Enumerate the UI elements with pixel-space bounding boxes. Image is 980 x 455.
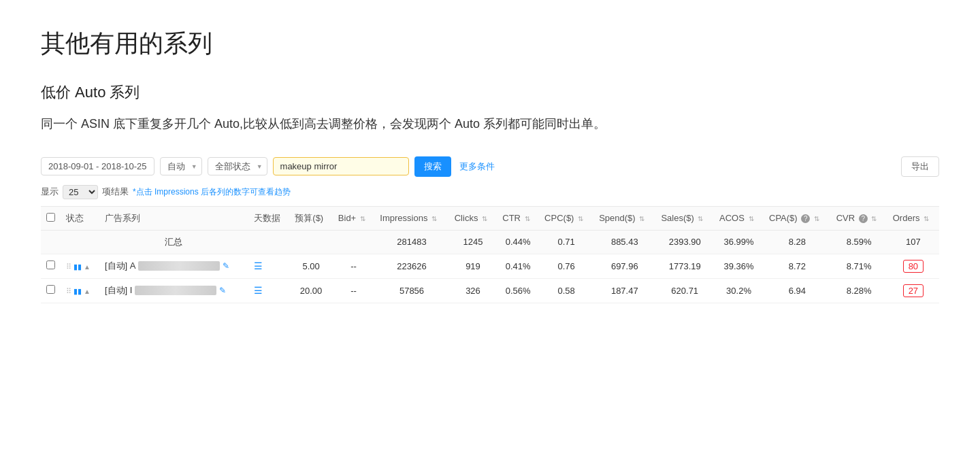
row-1-budget: 5.00: [289, 254, 333, 278]
cpc-sort-icon[interactable]: ⇅: [578, 215, 583, 222]
row-2-cpc: 0.58: [539, 278, 593, 303]
status-select[interactable]: 全部状态 启用 暂停 归档: [208, 157, 267, 175]
summary-acos: 36.99%: [714, 230, 764, 254]
bid-plus-col-header: Bid+ ⇅: [333, 206, 374, 230]
table-row: ⠿ ▮▮ ▲ [自动] I ✎ ☰ 20.00 --: [41, 278, 939, 303]
campaign-type-select[interactable]: 自动 手动: [160, 157, 202, 175]
bar-chart-icon-2: ▮▮: [74, 287, 82, 296]
summary-spend: 885.43: [593, 230, 655, 254]
row-2-orders-badge: 27: [903, 284, 924, 297]
edit-icon-2[interactable]: ✎: [219, 286, 226, 295]
impressions-link[interactable]: Impressions: [154, 187, 199, 197]
ctr-col-header[interactable]: CTR ⇅: [497, 206, 539, 230]
items-label: 项结果: [102, 186, 129, 198]
row-checkbox-2[interactable]: [46, 285, 55, 294]
campaign-prefix-1: [自动] A: [105, 260, 136, 272]
budget-col-header: 预算($): [289, 206, 333, 230]
row-2-impressions: 57856: [374, 278, 448, 303]
results-count-select[interactable]: 25 50 100: [63, 185, 98, 199]
summary-label: 汇总: [99, 230, 248, 254]
search-button[interactable]: 搜索: [414, 156, 451, 177]
sales-sort-icon[interactable]: ⇅: [698, 215, 703, 222]
cpc-col-header[interactable]: CPC($) ⇅: [539, 206, 593, 230]
row-1-status: ⠿ ▮▮ ▲: [66, 263, 91, 271]
cpa-help-icon[interactable]: ?: [801, 214, 810, 223]
row-2-cpa: 6.94: [764, 278, 831, 303]
drag-handle-icon-2[interactable]: ⠿: [66, 287, 71, 296]
acos-sort-icon[interactable]: ⇅: [749, 215, 754, 222]
impressions-sort-icon[interactable]: ⇅: [431, 215, 437, 222]
row-1-cvr: 8.71%: [831, 254, 887, 278]
row-1-clicks: 919: [449, 254, 497, 278]
summary-ctr: 0.44%: [497, 230, 539, 254]
summary-row: 汇总 281483 1245 0.44% 0.71 885.43 2393.90…: [41, 230, 939, 254]
more-conditions-button[interactable]: 更多条件: [457, 161, 497, 173]
main-page: 其他有用的系列 低价 Auto 系列 同一个 ASIN 底下重复多开几个 Aut…: [0, 0, 980, 455]
summary-cpc: 0.71: [539, 230, 593, 254]
orders-col-header[interactable]: Orders ⇅: [887, 206, 939, 230]
row-2-sales: 620.71: [655, 278, 714, 303]
date-range-picker[interactable]: 2018-09-01 - 2018-10-25: [41, 157, 154, 175]
hint-prefix: *点击: [133, 187, 152, 197]
export-button[interactable]: 导出: [901, 156, 939, 177]
row-1-sales: 1773.19: [655, 254, 714, 278]
drag-handle-icon[interactable]: ⠿: [66, 263, 71, 271]
cpa-sort-icon[interactable]: ⇅: [814, 215, 819, 222]
section-title: 低价 Auto 系列: [41, 82, 939, 103]
results-info: 显示 25 50 100 项结果 *点击 Impressions 后各列的数字可…: [41, 185, 939, 199]
arrow-up-icon[interactable]: ▲: [84, 263, 91, 271]
impressions-trend-hint: *点击 Impressions 后各列的数字可查看趋势: [133, 186, 291, 198]
row-2-cvr: 8.28%: [831, 278, 887, 303]
bid-plus-sort-icon[interactable]: ⇅: [360, 215, 365, 222]
row-1-orders: 80: [887, 254, 939, 278]
cvr-sort-icon[interactable]: ⇅: [871, 215, 877, 222]
days-col-header: 天数据: [248, 206, 289, 230]
search-input[interactable]: [273, 157, 409, 175]
spend-col-header[interactable]: Spend($) ⇅: [593, 206, 655, 230]
row-1-bid-plus: --: [333, 254, 374, 278]
select-all-checkbox[interactable]: [46, 213, 55, 222]
description: 同一个 ASIN 底下重复多开几个 Auto,比较从低到高去调整价格，会发现两个…: [41, 114, 939, 135]
row-1-campaign-name: [自动] A ✎: [105, 260, 230, 272]
row-2-status: ⠿ ▮▮ ▲: [66, 287, 91, 296]
campaign-type-select-wrapper: 自动 手动: [160, 157, 202, 175]
orders-sort-icon[interactable]: ⇅: [924, 215, 929, 222]
summary-impressions: 281483: [374, 230, 448, 254]
hint-suffix: 后各列的数字可查看趋势: [201, 187, 291, 197]
row-2-orders: 27: [887, 278, 939, 303]
impressions-col-header[interactable]: Impressions ⇅: [374, 206, 448, 230]
sales-col-header[interactable]: Sales($) ⇅: [655, 206, 714, 230]
row-2-ctr: 0.56%: [497, 278, 539, 303]
summary-clicks: 1245: [449, 230, 497, 254]
acos-col-header[interactable]: ACOS ⇅: [714, 206, 764, 230]
toolbar: 2018-09-01 - 2018-10-25 自动 手动 全部状态 启用 暂停…: [41, 156, 939, 177]
edit-icon-1[interactable]: ✎: [223, 261, 229, 271]
arrow-up-icon-2[interactable]: ▲: [84, 288, 91, 295]
summary-orders: 107: [887, 230, 939, 254]
row-2-clicks: 326: [449, 278, 497, 303]
clicks-col-header[interactable]: Clicks ⇅: [449, 206, 497, 230]
row-checkbox-1[interactable]: [46, 260, 55, 269]
cvr-help-icon[interactable]: ?: [859, 214, 868, 223]
list-icon-1[interactable]: ☰: [254, 260, 263, 271]
campaigns-table: 状态 广告系列 天数据 预算($) Bid+ ⇅ Impressions ⇅: [41, 206, 939, 303]
blurred-campaign-2: [135, 286, 216, 295]
status-select-wrapper: 全部状态 启用 暂停 归档: [208, 157, 267, 175]
summary-cpa: 8.28: [764, 230, 831, 254]
row-2-spend: 187.47: [593, 278, 655, 303]
ctr-sort-icon[interactable]: ⇅: [525, 215, 530, 222]
summary-sales: 2393.90: [655, 230, 714, 254]
spend-sort-icon[interactable]: ⇅: [639, 215, 644, 222]
row-2-bid-plus: --: [333, 278, 374, 303]
clicks-sort-icon[interactable]: ⇅: [482, 215, 487, 222]
table-row: ⠿ ▮▮ ▲ [自动] A ✎ ☰ 5.00 -- 2: [41, 254, 939, 278]
summary-cvr: 8.59%: [831, 230, 887, 254]
bar-chart-icon: ▮▮: [74, 263, 82, 271]
cvr-col-header[interactable]: CVR ? ⇅: [831, 206, 887, 230]
campaign-col-header: 广告系列: [99, 206, 248, 230]
list-icon-2[interactable]: ☰: [254, 285, 263, 296]
row-2-campaign-name: [自动] I ✎: [105, 284, 226, 297]
row-1-orders-badge: 80: [903, 260, 924, 273]
cpa-col-header[interactable]: CPA($) ? ⇅: [764, 206, 831, 230]
row-1-cpc: 0.76: [539, 254, 593, 278]
